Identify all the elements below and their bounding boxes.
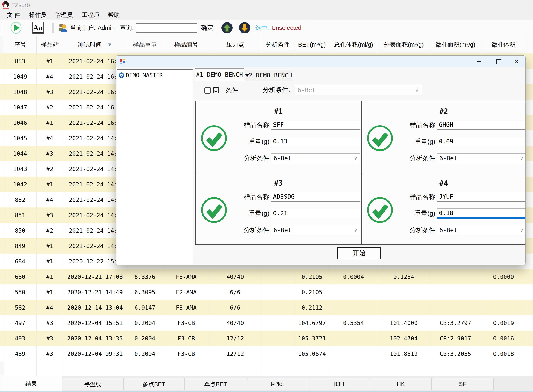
table-cell: #2 [37, 100, 63, 115]
table-cell: 850 [4, 223, 37, 238]
row-filler [526, 84, 533, 100]
table-cell: #3 [37, 146, 63, 161]
weight-input[interactable] [271, 209, 361, 218]
menu-item-0[interactable]: 文 件 [3, 10, 25, 20]
tree-item-demo-master[interactable]: DEMO_MASTER [119, 72, 193, 79]
column-header-7[interactable]: BET(m²/g) [295, 36, 329, 53]
column-header-3[interactable]: 样品重量 [127, 36, 163, 53]
analysis-condition-select[interactable]: 6-Bet ∨ [295, 85, 422, 95]
condition-select[interactable]: 6-Bet∨ [437, 225, 525, 235]
table-cell [261, 346, 295, 361]
sample-name-label: 样品名称 [213, 121, 269, 129]
table-row[interactable]: 493#32020-12-04 13:350.2004F3-CB12/12105… [0, 331, 533, 346]
column-header-2[interactable]: 测试时间▼ [63, 36, 127, 53]
menu-item-1[interactable]: 操作员 [25, 10, 51, 20]
table-cell [329, 346, 378, 361]
table-cell: #1 [37, 254, 63, 269]
move-down-button[interactable] [239, 22, 250, 34]
condition-label: 分析条件 [379, 154, 435, 163]
condition-select[interactable]: 6-Bet∨ [271, 153, 360, 163]
table-cell: #3 [37, 346, 63, 361]
table-row[interactable]: 497#32020-12-04 15:510.2004F3-CB40/40104… [0, 315, 533, 331]
weight-label: 重量(g) [213, 137, 269, 146]
menu-item-3[interactable]: 工程师 [77, 10, 104, 20]
row-filler [526, 115, 533, 131]
row-gutter [0, 115, 4, 131]
table-cell: F3-AMA [163, 269, 210, 285]
query-input[interactable] [136, 23, 197, 33]
play-button[interactable] [10, 22, 22, 34]
condition-select[interactable]: 6-Bet∨ [271, 225, 360, 235]
table-cell: #1 [37, 238, 63, 254]
table-cell: 0.2105 [295, 285, 329, 300]
column-header-0[interactable]: 序号 [4, 36, 37, 53]
menu-item-4[interactable]: 帮助 [104, 10, 124, 20]
bottom-tab-1[interactable]: 等温线 [62, 378, 123, 390]
sample-name-input[interactable] [271, 120, 361, 130]
row-gutter [0, 207, 4, 223]
table-cell: 0.0018 [481, 346, 526, 361]
column-header-5[interactable]: 压力点 [210, 36, 261, 53]
row-filler [526, 100, 533, 115]
row-filler [526, 69, 533, 84]
bottom-tab-4[interactable]: t-Plot [247, 378, 308, 390]
row-gutter [0, 361, 4, 376]
column-header-9[interactable]: 外表面积(m²/g) [378, 36, 430, 53]
bottom-tab-6[interactable]: HK [370, 378, 432, 390]
move-up-button[interactable] [221, 22, 233, 34]
title-bar: EZsorb [0, 0, 533, 10]
bottom-tab-2[interactable]: 多点BET [123, 378, 185, 390]
weight-input[interactable] [437, 137, 525, 146]
table-cell [295, 361, 329, 376]
sample-name-input[interactable] [271, 192, 361, 202]
table-cell [329, 361, 378, 376]
weight-input[interactable] [437, 208, 525, 219]
tab-1-demo-bench[interactable]: #1_DEMO_BENCH [195, 68, 244, 81]
condition-select[interactable]: 6-Bet∨ [437, 153, 525, 163]
weight-input[interactable] [271, 137, 361, 146]
menu-item-2[interactable]: 管理员 [51, 10, 77, 20]
column-header-1[interactable]: 样品站 [37, 36, 63, 53]
column-header-4[interactable]: 样品编号 [163, 36, 210, 53]
condition-row: 同一条件 分析条件: 6-Bet ∨ [116, 85, 525, 96]
column-header-11[interactable]: 微孔体积 [481, 36, 526, 53]
table-cell: 660 [4, 269, 37, 285]
table-cell [526, 361, 533, 376]
table-row[interactable]: 660#12020-12-21 17:088.3376F3-AMA40/400.… [0, 269, 533, 285]
app-logo-icon [2, 1, 9, 9]
bottom-tab-0[interactable]: 结果 [0, 376, 62, 391]
column-header-10[interactable]: 微孔面积(m²/g) [430, 36, 481, 53]
dialog-title-bar[interactable]: − □ × [116, 56, 525, 67]
bottom-tab-3[interactable]: 单点BET [185, 378, 247, 390]
toolbar-grip[interactable] [1, 22, 3, 33]
table-cell [4, 361, 37, 376]
column-header-6[interactable]: 分析条件 [261, 36, 295, 53]
confirm-button[interactable]: 确定 [200, 23, 214, 33]
table-cell: 12/12 [210, 331, 261, 346]
minimize-icon[interactable]: − [471, 56, 487, 67]
sample-name-input[interactable] [437, 192, 525, 202]
master-tree-panel: DEMO_MASTER [117, 69, 193, 265]
font-button[interactable]: Aa [32, 22, 44, 33]
start-button[interactable]: 开始 [337, 247, 381, 259]
maximize-icon[interactable]: □ [491, 56, 506, 67]
table-row[interactable]: 582#42020-12-14 13:046.9147F3-AMA6/60.21… [0, 300, 533, 315]
table-row[interactable]: 550#12020-12-21 14:496.3095F2-AMA6/60.21… [0, 285, 533, 300]
bottom-tab-5[interactable]: BJH [308, 378, 370, 390]
table-cell: 0.2004 [127, 346, 163, 361]
table-row[interactable]: 489#32020-12-04 09:310.2004F3-CB12/12105… [0, 346, 533, 361]
table-cell: 0.5354 [329, 315, 378, 331]
close-icon[interactable]: × [509, 56, 524, 67]
bottom-tab-7[interactable]: SF [432, 378, 494, 390]
row-filler [526, 192, 533, 207]
table-cell [261, 361, 295, 376]
row-gutter [0, 146, 4, 161]
condition-label: 分析条件 [379, 226, 435, 235]
sample-name-input[interactable] [437, 120, 525, 130]
same-condition-checkbox[interactable] [204, 87, 211, 94]
table-cell [430, 269, 481, 285]
column-header-8[interactable]: 总孔体积(ml/g) [329, 36, 378, 53]
row-gutter [0, 192, 4, 207]
table-cell: 1049 [4, 69, 37, 84]
tab-2-demo-bench[interactable]: #2_DEMO_BENCH [245, 70, 292, 81]
